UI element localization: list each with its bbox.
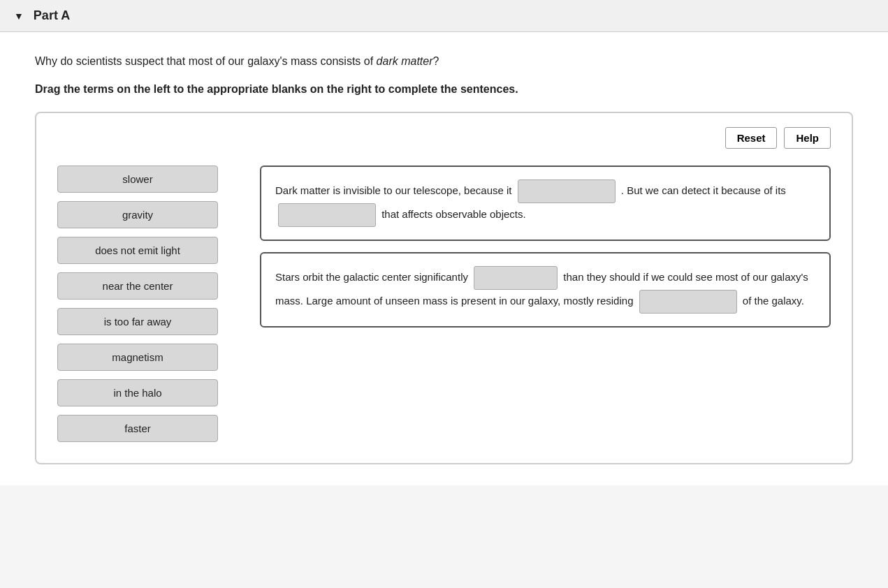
drag-area: slower gravity does not emit light near …: [57, 166, 831, 442]
main-content: Why do scientists suspect that most of o…: [0, 32, 888, 485]
terms-column: slower gravity does not emit light near …: [57, 166, 218, 442]
sentences-column: Dark matter is invisible to our telescop…: [260, 166, 831, 328]
term-does-not-emit-light[interactable]: does not emit light: [57, 237, 218, 264]
blank-2-1[interactable]: [474, 266, 558, 290]
part-header: ▼ Part A: [0, 0, 888, 32]
term-is-too-far-away[interactable]: is too far away: [57, 308, 218, 335]
question-text: Why do scientists suspect that most of o…: [35, 53, 853, 70]
reset-button[interactable]: Reset: [725, 127, 778, 149]
sentence-2-text-3: of the galaxy.: [743, 295, 804, 307]
term-in-the-halo[interactable]: in the halo: [57, 379, 218, 406]
sentence-1-text-2: . But we can detect it because of its: [621, 184, 786, 196]
instructions: Drag the terms on the left to the approp…: [35, 81, 853, 98]
blank-2-2[interactable]: [639, 290, 737, 314]
toolbar: Reset Help: [57, 127, 831, 149]
part-title: Part A: [34, 8, 70, 23]
term-near-the-center[interactable]: near the center: [57, 272, 218, 300]
term-faster[interactable]: faster: [57, 415, 218, 442]
chevron-down-icon[interactable]: ▼: [14, 10, 24, 22]
help-button[interactable]: Help: [784, 127, 831, 149]
sentence-box-2: Stars orbit the galactic center signific…: [260, 252, 831, 328]
blank-1-1[interactable]: [518, 179, 616, 203]
sentence-2-text-1: Stars orbit the galactic center signific…: [275, 271, 468, 283]
term-magnetism[interactable]: magnetism: [57, 344, 218, 371]
blank-1-2[interactable]: [278, 203, 376, 227]
activity-box: Reset Help slower gravity does not emit …: [35, 112, 853, 464]
sentence-box-1: Dark matter is invisible to our telescop…: [260, 166, 831, 241]
term-slower[interactable]: slower: [57, 166, 218, 193]
sentence-1-text-1: Dark matter is invisible to our telescop…: [275, 184, 512, 196]
term-gravity[interactable]: gravity: [57, 201, 218, 228]
sentence-1-text-3: that affects observable objects.: [381, 208, 526, 220]
